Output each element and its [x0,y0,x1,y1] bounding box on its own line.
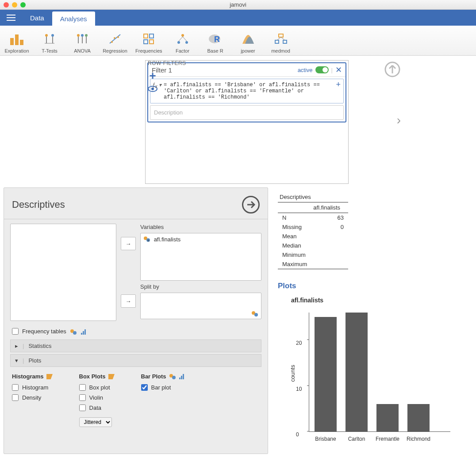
svg-point-12 [81,34,84,37]
variables-label: Variables [140,224,261,230]
svg-rect-5 [20,40,23,45]
table-colhead: afl.finalists [311,202,348,213]
window-zoom-button[interactable] [20,2,26,8]
svg-point-26 [177,41,180,44]
frequencies-icon [143,31,154,46]
titlebar: jamovi [0,0,476,10]
barplot-checkbox[interactable] [141,384,148,391]
data-display-select[interactable]: Jittered [79,417,112,427]
svg-rect-48 [83,331,84,335]
analyses-ribbon: Exploration T-Tests ANOVA Regression Fre… [0,26,476,56]
svg-line-28 [179,37,183,41]
chevron-right-icon: ▸ [15,343,18,349]
svg-rect-2 [7,20,15,21]
ribbon-baser[interactable]: R Base R [203,28,228,53]
frequency-tables-checkbox[interactable] [12,328,19,335]
bar [407,404,430,431]
window-minimize-button[interactable] [12,2,17,8]
svg-rect-4 [15,34,19,45]
window-close-button[interactable] [4,2,9,8]
anova-icon [76,31,89,46]
filter-1-card: Filter 1 active | ✕ ƒx ▾ + = afl.finalis… [147,62,346,122]
bar-chart: counts 01020BrisbaneCarltonFremantleRich… [287,308,455,450]
nominal-var-icon: a [143,236,150,244]
svg-rect-49 [84,329,86,335]
factor-icon [176,31,189,46]
variable-item: afl.finalists [154,236,181,243]
tab-data[interactable]: Data [22,10,52,26]
menubar: Data Analyses [0,10,476,26]
boxplot-checkbox[interactable] [79,384,86,391]
svg-rect-51 [108,374,115,379]
svg-rect-32 [279,34,283,37]
chart-title: afl.finalists [291,297,466,304]
panel-title: Descriptives [12,199,65,210]
y-axis-label: counts [289,365,296,381]
y-tick-label: 10 [296,386,302,392]
run-analysis-button[interactable] [242,196,260,214]
next-button[interactable]: › [397,113,401,127]
continuous-icon [46,373,53,380]
ribbon-anova[interactable]: ANOVA [70,28,95,53]
move-to-splitby-button[interactable]: → [121,294,136,308]
ribbon-regression[interactable]: Regression [103,28,127,53]
ribbon-frequencies[interactable]: Frequencies [135,28,162,53]
window-title: jamovi [230,1,246,8]
svg-rect-1 [7,17,15,18]
filter-active-toggle[interactable] [315,66,329,73]
filter-description-input[interactable]: Description [150,105,344,120]
svg-point-13 [85,34,88,37]
svg-point-6 [45,34,48,37]
svg-rect-56 [183,374,184,379]
nominal-icon [70,328,77,335]
collapse-up-button[interactable] [384,61,401,79]
svg-point-18 [111,41,113,43]
variables-target-list[interactable]: a afl.finalists [140,233,261,281]
density-checkbox[interactable] [12,394,19,401]
table-title: Descriptives [278,192,348,202]
svg-rect-21 [144,34,148,38]
ordinal-icon [179,373,185,380]
splitby-label: Split by [140,283,261,290]
tab-analyses[interactable]: Analyses [52,11,95,26]
ribbon-factor[interactable]: Factor [170,28,195,53]
add-condition-button[interactable]: + [336,80,341,89]
svg-text:R: R [214,35,220,44]
data-checkbox[interactable] [79,404,86,411]
filter-remove-button[interactable]: ✕ [335,65,342,75]
app-menu-button[interactable] [0,10,22,26]
svg-point-11 [77,34,80,37]
move-to-variables-button[interactable]: → [121,237,136,250]
regression-icon [108,31,122,46]
medmod-icon [274,31,288,46]
bar-chart-icon [9,31,24,46]
filter-expression-input[interactable]: ƒx ▾ + = afl.finalists == 'Brisbane' or … [150,79,344,103]
y-tick-label: 0 [296,431,299,438]
row-filters-area: ROW FILTERS + Filter 1 active | ✕ ƒx ▾ +… [0,56,476,184]
continuous-icon [108,373,115,380]
filters-container: Filter 1 active | ✕ ƒx ▾ + = afl.finalis… [145,60,349,184]
svg-point-46 [73,331,77,335]
svg-rect-33 [275,40,279,43]
ribbon-ttests[interactable]: T-Tests [37,28,62,53]
svg-rect-24 [150,40,154,44]
svg-point-53 [172,376,176,379]
ribbon-medmod[interactable]: medmod [269,28,293,53]
x-tick-label: Carlton [343,436,370,442]
jpower-icon [242,31,255,46]
ribbon-jpower[interactable]: jpower [236,28,261,53]
ribbon-exploration[interactable]: Exploration [4,28,29,53]
svg-point-44 [254,313,258,317]
svg-rect-23 [144,40,148,44]
svg-point-27 [185,41,188,44]
histogram-checkbox[interactable] [12,384,19,391]
ordinal-icon [81,328,87,335]
source-variables-list[interactable] [10,224,116,321]
statistics-section-toggle[interactable]: ▸ | Statistics [10,339,261,352]
violin-checkbox[interactable] [79,394,86,401]
plots-section-toggle[interactable]: ▾ | Plots [10,354,261,367]
plots-heading: Plots [278,282,466,290]
table-row: Mean [278,232,348,241]
splitby-target-list[interactable] [140,293,261,319]
descriptives-options-panel: Descriptives → → Variables a afl.finalis… [4,187,268,454]
